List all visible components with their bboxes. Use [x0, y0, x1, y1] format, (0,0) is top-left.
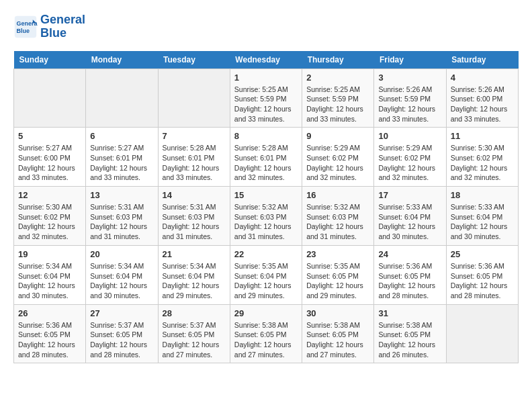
calendar-cell: 10Sunrise: 5:29 AM Sunset: 6:02 PM Dayli… — [374, 128, 446, 187]
calendar-cell: 30Sunrise: 5:38 AM Sunset: 6:05 PM Dayli… — [302, 304, 374, 363]
day-number: 2 — [306, 73, 369, 83]
day-info: Sunrise: 5:36 AM Sunset: 6:05 PM Dayligh… — [378, 261, 441, 301]
calendar-cell: 15Sunrise: 5:32 AM Sunset: 6:03 PM Dayli… — [230, 187, 302, 246]
calendar-week-row: 26Sunrise: 5:36 AM Sunset: 6:05 PM Dayli… — [14, 304, 519, 363]
calendar-cell: 12Sunrise: 5:30 AM Sunset: 6:02 PM Dayli… — [14, 187, 86, 246]
logo-icon: General Blue — [13, 15, 38, 39]
calendar-cell: 31Sunrise: 5:38 AM Sunset: 6:05 PM Dayli… — [374, 304, 446, 363]
calendar-cell: 1Sunrise: 5:25 AM Sunset: 5:59 PM Daylig… — [230, 68, 302, 128]
day-info: Sunrise: 5:33 AM Sunset: 6:04 PM Dayligh… — [378, 202, 441, 242]
column-header-thursday: Thursday — [302, 51, 374, 69]
calendar-cell: 8Sunrise: 5:28 AM Sunset: 6:01 PM Daylig… — [230, 128, 302, 187]
day-number: 23 — [306, 249, 369, 259]
day-number: 21 — [163, 249, 226, 259]
calendar-week-row: 1Sunrise: 5:25 AM Sunset: 5:59 PM Daylig… — [14, 68, 519, 128]
calendar-cell — [158, 68, 230, 128]
day-info: Sunrise: 5:36 AM Sunset: 6:05 PM Dayligh… — [18, 320, 81, 360]
calendar-cell: 7Sunrise: 5:28 AM Sunset: 6:01 PM Daylig… — [158, 128, 230, 187]
day-info: Sunrise: 5:38 AM Sunset: 6:05 PM Dayligh… — [306, 320, 369, 360]
day-number: 18 — [451, 190, 514, 200]
calendar-cell: 3Sunrise: 5:26 AM Sunset: 5:59 PM Daylig… — [374, 68, 446, 128]
day-info: Sunrise: 5:27 AM Sunset: 6:00 PM Dayligh… — [18, 143, 81, 183]
day-number: 4 — [451, 73, 514, 83]
calendar-cell: 20Sunrise: 5:34 AM Sunset: 6:04 PM Dayli… — [86, 245, 158, 304]
day-info: Sunrise: 5:32 AM Sunset: 6:03 PM Dayligh… — [306, 202, 369, 242]
day-info: Sunrise: 5:28 AM Sunset: 6:01 PM Dayligh… — [163, 143, 226, 183]
day-number: 17 — [378, 190, 441, 200]
calendar-cell: 21Sunrise: 5:34 AM Sunset: 6:04 PM Dayli… — [158, 245, 230, 304]
calendar-header-row: SundayMondayTuesdayWednesdayThursdayFrid… — [14, 51, 519, 69]
day-number: 29 — [234, 308, 298, 318]
column-header-friday: Friday — [374, 51, 446, 69]
day-info: Sunrise: 5:34 AM Sunset: 6:04 PM Dayligh… — [18, 261, 81, 301]
day-info: Sunrise: 5:38 AM Sunset: 6:05 PM Dayligh… — [378, 320, 441, 360]
column-header-sunday: Sunday — [14, 51, 86, 69]
day-number: 31 — [378, 308, 441, 318]
day-info: Sunrise: 5:38 AM Sunset: 6:05 PM Dayligh… — [234, 320, 298, 360]
column-header-monday: Monday — [86, 51, 158, 69]
calendar-cell: 14Sunrise: 5:31 AM Sunset: 6:03 PM Dayli… — [158, 187, 230, 246]
calendar-cell — [446, 304, 518, 363]
day-number: 28 — [163, 308, 226, 318]
calendar-cell: 13Sunrise: 5:31 AM Sunset: 6:03 PM Dayli… — [86, 187, 158, 246]
day-info: Sunrise: 5:25 AM Sunset: 5:59 PM Dayligh… — [234, 85, 298, 124]
calendar-cell: 2Sunrise: 5:25 AM Sunset: 5:59 PM Daylig… — [302, 68, 374, 128]
day-number: 5 — [18, 131, 81, 141]
calendar-cell: 19Sunrise: 5:34 AM Sunset: 6:04 PM Dayli… — [14, 245, 86, 304]
calendar-cell: 11Sunrise: 5:30 AM Sunset: 6:02 PM Dayli… — [446, 128, 518, 187]
calendar-cell: 29Sunrise: 5:38 AM Sunset: 6:05 PM Dayli… — [230, 304, 302, 363]
calendar-cell: 24Sunrise: 5:36 AM Sunset: 6:05 PM Dayli… — [374, 245, 446, 304]
day-info: Sunrise: 5:29 AM Sunset: 6:02 PM Dayligh… — [378, 143, 441, 183]
column-header-saturday: Saturday — [446, 51, 518, 69]
day-number: 11 — [451, 131, 514, 141]
calendar-cell: 6Sunrise: 5:27 AM Sunset: 6:01 PM Daylig… — [86, 128, 158, 187]
day-number: 30 — [306, 308, 369, 318]
day-info: Sunrise: 5:31 AM Sunset: 6:03 PM Dayligh… — [163, 202, 226, 242]
calendar-cell: 27Sunrise: 5:37 AM Sunset: 6:05 PM Dayli… — [86, 304, 158, 363]
day-number: 14 — [163, 190, 226, 200]
calendar-cell: 18Sunrise: 5:33 AM Sunset: 6:04 PM Dayli… — [446, 187, 518, 246]
day-info: Sunrise: 5:34 AM Sunset: 6:04 PM Dayligh… — [163, 261, 226, 301]
calendar-table: SundayMondayTuesdayWednesdayThursdayFrid… — [13, 51, 519, 364]
calendar-week-row: 19Sunrise: 5:34 AM Sunset: 6:04 PM Dayli… — [14, 245, 519, 304]
day-number: 1 — [234, 73, 298, 83]
day-number: 10 — [378, 131, 441, 141]
day-info: Sunrise: 5:30 AM Sunset: 6:02 PM Dayligh… — [451, 143, 514, 183]
day-number: 15 — [234, 190, 298, 200]
calendar-cell — [14, 68, 86, 128]
day-number: 9 — [306, 131, 369, 141]
calendar-cell: 9Sunrise: 5:29 AM Sunset: 6:02 PM Daylig… — [302, 128, 374, 187]
day-number: 26 — [18, 308, 81, 318]
day-number: 24 — [378, 249, 441, 259]
day-info: Sunrise: 5:26 AM Sunset: 5:59 PM Dayligh… — [378, 85, 441, 124]
day-number: 13 — [90, 190, 153, 200]
day-number: 8 — [234, 131, 298, 141]
day-info: Sunrise: 5:31 AM Sunset: 6:03 PM Dayligh… — [90, 202, 153, 242]
calendar-cell: 22Sunrise: 5:35 AM Sunset: 6:04 PM Dayli… — [230, 245, 302, 304]
day-number: 6 — [90, 131, 153, 141]
svg-text:Blue: Blue — [17, 28, 30, 34]
day-number: 20 — [90, 249, 153, 259]
calendar-cell: 17Sunrise: 5:33 AM Sunset: 6:04 PM Dayli… — [374, 187, 446, 246]
calendar-cell: 16Sunrise: 5:32 AM Sunset: 6:03 PM Dayli… — [302, 187, 374, 246]
day-info: Sunrise: 5:35 AM Sunset: 6:05 PM Dayligh… — [306, 261, 369, 301]
day-info: Sunrise: 5:27 AM Sunset: 6:01 PM Dayligh… — [90, 143, 153, 183]
logo: General Blue GeneralBlue — [13, 13, 85, 40]
day-info: Sunrise: 5:37 AM Sunset: 6:05 PM Dayligh… — [163, 320, 226, 360]
day-info: Sunrise: 5:29 AM Sunset: 6:02 PM Dayligh… — [306, 143, 369, 183]
day-info: Sunrise: 5:35 AM Sunset: 6:04 PM Dayligh… — [234, 261, 298, 301]
day-info: Sunrise: 5:37 AM Sunset: 6:05 PM Dayligh… — [90, 320, 153, 360]
day-number: 3 — [378, 73, 441, 83]
calendar-week-row: 12Sunrise: 5:30 AM Sunset: 6:02 PM Dayli… — [14, 187, 519, 246]
day-number: 27 — [90, 308, 153, 318]
day-info: Sunrise: 5:30 AM Sunset: 6:02 PM Dayligh… — [18, 202, 81, 242]
calendar-cell: 28Sunrise: 5:37 AM Sunset: 6:05 PM Dayli… — [158, 304, 230, 363]
day-number: 19 — [18, 249, 81, 259]
calendar-week-row: 5Sunrise: 5:27 AM Sunset: 6:00 PM Daylig… — [14, 128, 519, 187]
day-info: Sunrise: 5:32 AM Sunset: 6:03 PM Dayligh… — [234, 202, 298, 242]
day-info: Sunrise: 5:26 AM Sunset: 6:00 PM Dayligh… — [451, 85, 514, 124]
day-number: 22 — [234, 249, 298, 259]
day-number: 16 — [306, 190, 369, 200]
day-number: 7 — [163, 131, 226, 141]
calendar-cell: 25Sunrise: 5:36 AM Sunset: 6:05 PM Dayli… — [446, 245, 518, 304]
